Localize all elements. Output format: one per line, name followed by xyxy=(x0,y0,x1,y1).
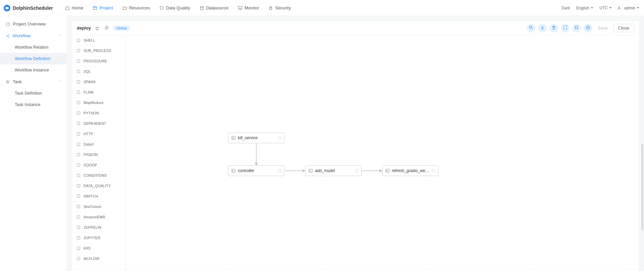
tool-mlflow[interactable]: MLFLOW xyxy=(72,254,125,264)
version-button[interactable] xyxy=(584,24,592,33)
dag-node-ref[interactable]: refresh_gradio_web… xyxy=(382,165,438,176)
tool-http[interactable]: HTTP xyxy=(72,129,125,139)
nav-items: HomeProjectResourcesData QualityDatasour… xyxy=(60,0,296,16)
svg-rect-21 xyxy=(77,70,80,73)
nav-item-resources[interactable]: Resources xyxy=(118,0,155,16)
tool-mapreduce[interactable]: MapReduce xyxy=(72,98,125,108)
svg-rect-27 xyxy=(77,132,80,135)
dag-node-add[interactable]: add_model xyxy=(305,165,362,176)
task-type-icon xyxy=(76,38,81,43)
svg-point-16 xyxy=(577,28,578,29)
sidebar-item-task-definition[interactable]: Task Definition xyxy=(0,88,67,99)
chevron-down-icon xyxy=(637,7,639,9)
tool-shell[interactable]: SHELL xyxy=(72,35,125,46)
brand[interactable]: DolphinScheduler xyxy=(3,4,53,12)
tool-sql[interactable]: SQL xyxy=(72,66,125,77)
node-status-icon xyxy=(278,136,281,140)
tool-jupyter[interactable]: JUPYTER xyxy=(72,233,125,243)
svg-rect-28 xyxy=(77,143,80,146)
trash-button[interactable] xyxy=(549,24,558,33)
tool-procedure[interactable]: PROCEDURE xyxy=(72,56,125,66)
tool-amazonemr[interactable]: AmazonEMR xyxy=(72,212,125,222)
tool-spark[interactable]: SPARK xyxy=(72,77,125,87)
sidebar: Project Overview Workflow ⌃ Workflow Rel… xyxy=(0,16,67,271)
tool-dependent[interactable]: DEPENDENT xyxy=(72,118,125,129)
tool-sqoop[interactable]: SQOOP xyxy=(72,160,125,170)
nav-item-security[interactable]: Security xyxy=(264,0,296,16)
tool-flink[interactable]: FLINK xyxy=(72,87,125,98)
task-type-icon xyxy=(76,131,81,136)
sidebar-item-workflow-relation[interactable]: Workflow Relation xyxy=(0,42,67,53)
refresh-icon[interactable] xyxy=(94,25,100,31)
user-menu[interactable]: A admin xyxy=(618,6,639,10)
nav-item-monitor[interactable]: Monitor xyxy=(233,0,264,16)
sidebar-item-task-instance[interactable]: Task Instance xyxy=(0,99,67,110)
dag-node-ctrl[interactable]: controller xyxy=(228,165,284,176)
tool-label: AmazonEMR xyxy=(84,215,105,219)
tool-label: K8S xyxy=(84,246,91,250)
tool-label: SeaTunnel xyxy=(84,205,101,209)
sidebar-workflow-label: Workflow xyxy=(13,33,31,38)
close-button[interactable]: Close xyxy=(613,24,634,32)
format-button[interactable] xyxy=(572,24,581,33)
nav-item-data-quality[interactable]: Data Quality xyxy=(155,0,195,16)
task-type-icon xyxy=(76,204,81,209)
svg-rect-23 xyxy=(77,91,80,94)
task-type-icon xyxy=(76,246,81,251)
svg-point-15 xyxy=(575,28,576,29)
shield-icon xyxy=(159,6,164,10)
dag-node-kill[interactable]: kill_service xyxy=(228,132,284,143)
theme-label: Dark xyxy=(562,6,570,10)
status-badge: Online xyxy=(113,25,130,31)
sidebar-item-workflow-definition[interactable]: Workflow Definition xyxy=(0,53,67,64)
tool-seatunnel[interactable]: SeaTunnel xyxy=(72,202,125,212)
project-icon xyxy=(93,6,97,10)
download-button[interactable] xyxy=(538,24,547,33)
folder-icon xyxy=(122,6,127,10)
task-type-icon xyxy=(76,142,81,147)
lock-icon xyxy=(268,6,273,10)
tool-label: SPARK xyxy=(84,80,96,84)
search-button[interactable] xyxy=(527,24,535,33)
nav-item-home[interactable]: Home xyxy=(60,0,88,16)
tool-pigeon[interactable]: PIGEON xyxy=(72,150,125,160)
tool-conditions[interactable]: CONDITIONS xyxy=(72,170,125,181)
copy-icon[interactable] xyxy=(104,25,110,31)
theme-toggle[interactable]: Dark xyxy=(562,6,570,10)
save-button[interactable]: Save xyxy=(595,25,610,31)
scrollbar[interactable] xyxy=(641,144,643,231)
task-type-icon xyxy=(76,90,81,95)
fullscreen-button[interactable] xyxy=(561,24,570,33)
tool-zeppelin[interactable]: ZEPPELIN xyxy=(72,222,125,233)
brand-logo-icon xyxy=(3,4,11,12)
tool-data_quality[interactable]: DATA_QUALITY xyxy=(72,181,125,191)
language-select[interactable]: English xyxy=(576,6,593,10)
svg-point-13 xyxy=(575,26,576,26)
svg-rect-3 xyxy=(238,6,242,9)
svg-point-2 xyxy=(201,6,203,7)
download-icon xyxy=(540,25,545,31)
sidebar-group-task[interactable]: Task ⌃ xyxy=(0,76,67,88)
timezone-select[interactable]: UTC xyxy=(599,6,612,10)
tool-label: CONDITIONS xyxy=(84,173,107,177)
chevron-up-icon: ⌃ xyxy=(59,80,61,84)
gear-icon xyxy=(5,79,10,84)
share-icon xyxy=(5,34,10,38)
dashboard-icon xyxy=(5,22,10,26)
timezone-label: UTC xyxy=(599,6,608,10)
tool-python[interactable]: PYTHON xyxy=(72,108,125,118)
sidebar-group-workflow[interactable]: Workflow ⌃ xyxy=(0,30,67,42)
dag-canvas[interactable]: kill_servicecontrolleradd_modelrefresh_g… xyxy=(126,35,639,271)
nav-label: Data Quality xyxy=(166,5,190,10)
tool-sub_process[interactable]: SUB_PROCESS xyxy=(72,46,125,56)
svg-rect-41 xyxy=(232,169,235,172)
task-type-icon xyxy=(76,111,81,115)
tool-switch[interactable]: SWITCH xyxy=(72,191,125,202)
sidebar-item-workflow-instance[interactable]: Workflow Instance xyxy=(0,64,67,76)
nav-item-project[interactable]: Project xyxy=(88,0,117,16)
tool-k8s[interactable]: K8S xyxy=(72,243,125,254)
nav-item-datasource[interactable]: Datasource xyxy=(195,0,233,16)
tool-label: JUPYTER xyxy=(84,236,100,240)
sidebar-item-overview[interactable]: Project Overview xyxy=(0,18,67,30)
tool-datax[interactable]: DataX xyxy=(72,139,125,150)
